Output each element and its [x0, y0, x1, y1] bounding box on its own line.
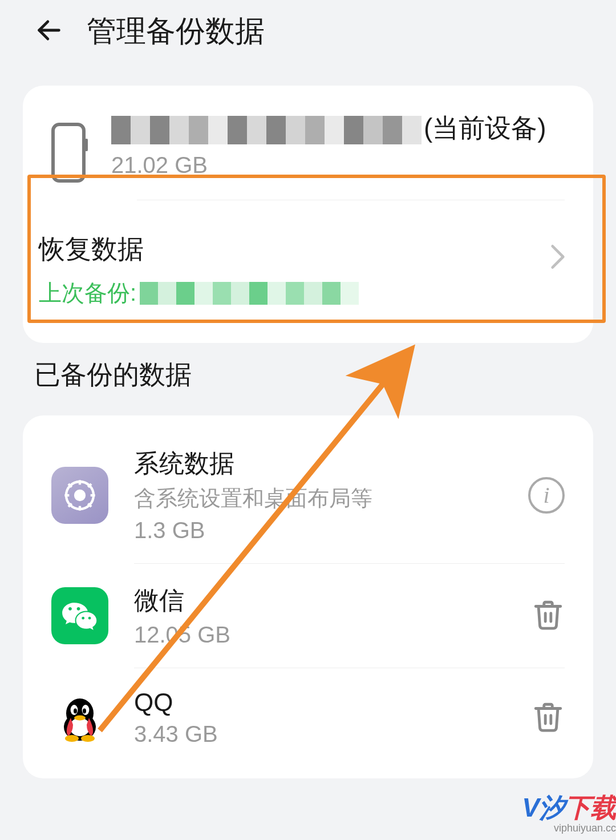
info-button[interactable]: i: [528, 477, 565, 514]
backup-list-card: 系统数据 含系统设置和桌面布局等 1.3 GB i 微信 12.05 GB: [23, 415, 593, 778]
item-size: 1.3 GB: [134, 518, 502, 543]
item-title: 系统数据: [134, 447, 502, 480]
redacted-backup-time: [140, 282, 359, 305]
restore-data-row[interactable]: 恢复数据 上次备份:: [23, 200, 593, 343]
device-card: (当前设备) 21.02 GB 恢复数据 上次备份:: [23, 86, 593, 343]
item-desc: 含系统设置和桌面布局等: [134, 484, 502, 513]
svg-point-16: [74, 708, 77, 713]
device-row[interactable]: (当前设备) 21.02 GB: [23, 86, 593, 188]
list-item-qq[interactable]: QQ 3.43 GB: [23, 668, 593, 767]
page-title: 管理备份数据: [87, 11, 265, 51]
svg-point-2: [75, 491, 84, 500]
qq-icon: [51, 689, 108, 746]
item-size: 12.05 GB: [134, 622, 506, 648]
item-title: 微信: [134, 584, 506, 617]
svg-point-18: [74, 715, 86, 720]
svg-point-17: [83, 708, 86, 713]
chevron-right-icon: [550, 243, 566, 273]
list-item-wechat[interactable]: 微信 12.05 GB: [23, 564, 593, 668]
device-suffix: (当前设备): [424, 113, 546, 143]
phone-icon: [51, 123, 86, 183]
watermark: V汐下载 viphuiyuan.cc: [522, 790, 616, 834]
section-header-backed-up: 已备份的数据: [34, 357, 582, 393]
svg-point-19: [65, 735, 79, 742]
delete-button[interactable]: [532, 596, 565, 635]
svg-point-20: [81, 735, 95, 742]
device-name: (当前设备): [111, 108, 565, 148]
header-bar: 管理备份数据: [0, 0, 616, 68]
device-size: 21.02 GB: [111, 152, 565, 178]
back-arrow-icon[interactable]: [34, 15, 64, 47]
redacted-device-name: [111, 116, 422, 144]
wechat-icon: [51, 587, 108, 644]
restore-last-backup: 上次备份:: [39, 277, 565, 309]
delete-button[interactable]: [532, 698, 565, 737]
item-title: QQ: [134, 688, 506, 717]
system-settings-icon: [51, 467, 108, 524]
restore-title: 恢复数据: [39, 232, 565, 267]
item-size: 3.43 GB: [134, 721, 506, 747]
list-item-system[interactable]: 系统数据 含系统设置和桌面布局等 1.3 GB i: [23, 427, 593, 563]
